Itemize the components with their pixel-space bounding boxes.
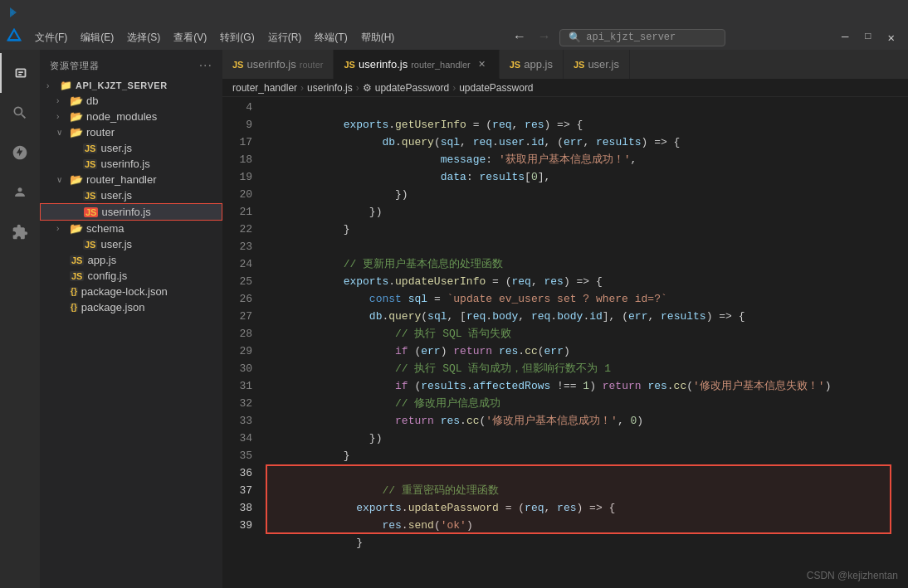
tab-label: userinfo.js <box>247 58 295 70</box>
tree-item-router-user[interactable]: JS user.js <box>40 140 222 156</box>
tree-item-handler-userinfo[interactable]: JS userinfo.js <box>40 203 222 221</box>
breadcrumb-item-handler[interactable]: router_handler <box>232 82 297 94</box>
code-line-4: exports.getUserInfo = (req, res) => { <box>266 99 908 116</box>
folder-icon: 📂 <box>70 95 83 107</box>
menu-select[interactable]: 选择(S) <box>120 29 167 46</box>
activity-explorer[interactable] <box>0 53 40 93</box>
activity-bar <box>0 50 40 588</box>
activity-debug[interactable] <box>0 173 40 212</box>
js-tab-icon: JS <box>232 60 243 70</box>
code-line-35 <box>266 447 908 464</box>
menu-file[interactable]: 文件(F) <box>28 29 74 46</box>
js-tab-icon: JS <box>344 60 354 70</box>
breadcrumb-item-fn-label[interactable]: updatePassword <box>375 82 449 94</box>
code-line-37: exports.updatePassword = (req, res) => { <box>266 482 908 499</box>
menu-run[interactable]: 运行(R) <box>261 29 309 46</box>
root-icon: 📁 <box>60 80 72 91</box>
menu-goto[interactable]: 转到(G) <box>213 29 261 46</box>
tab-label: user.js <box>588 58 619 70</box>
tree-item-app[interactable]: JS app.js <box>40 252 222 268</box>
menu-help[interactable]: 帮助(H) <box>354 29 402 46</box>
title-bar-left: const pd = {"titleBar":{"menuItems":["文件… <box>7 6 30 19</box>
menu-view[interactable]: 查看(V) <box>167 29 213 46</box>
tree-item-router[interactable]: ∨ 📂 router <box>40 124 222 140</box>
tree-item-root[interactable]: › 📁 API_KJZT_SERVER <box>40 78 222 93</box>
code-line-23: // 更新用户基本信息的处理函数 <box>266 238 908 255</box>
js-tab-icon: JS <box>574 60 584 70</box>
tab-userjs[interactable]: JS user.js <box>564 50 630 79</box>
code-content[interactable]: exports.getUserInfo = (req, res) => { db… <box>262 97 908 588</box>
sidebar: 资源管理器 ··· › 📁 API_KJZT_SERVER › 📂 db <box>40 50 222 588</box>
search-icon: 🔍 <box>569 32 581 44</box>
breadcrumb-item-sub[interactable]: updatePassword <box>459 82 533 94</box>
tree-item-router-handler[interactable]: ∨ 📂 router_handler <box>40 172 222 187</box>
sidebar-more-icon[interactable]: ··· <box>199 58 212 73</box>
folder-open-icon: 📂 <box>70 126 83 138</box>
tree-item-schema-user[interactable]: JS user.js <box>40 236 222 252</box>
js-file-icon: JS <box>83 191 97 201</box>
tree-item-config[interactable]: JS config.js <box>40 268 222 284</box>
tab-userinfo-router[interactable]: JS userinfo.js router <box>222 50 334 79</box>
code-line-36: // 重置密码的处理函数 <box>266 464 908 482</box>
code-editor[interactable]: 4 9 17 18 19 20 21 22 23 24 25 26 27 28 … <box>222 97 908 588</box>
menu-edit[interactable]: 编辑(E) <box>74 29 120 46</box>
sidebar-header: 资源管理器 ··· <box>40 50 222 78</box>
tab-label: userinfo.js <box>359 58 408 70</box>
json-file-icon: {} <box>70 303 78 312</box>
tab-close-button[interactable]: ✕ <box>476 58 489 71</box>
folder-open-icon: 📂 <box>70 173 83 186</box>
vscode-icon <box>7 28 22 47</box>
activity-search[interactable] <box>0 93 40 133</box>
menu-terminal[interactable]: 终端(T) <box>308 29 354 46</box>
tree-item-schema[interactable]: › 📂 schema <box>40 221 222 236</box>
breadcrumb-item-fn[interactable]: ⚙ <box>363 82 372 94</box>
nav-forward-icon[interactable]: → <box>535 28 554 46</box>
title-bar: const pd = {"titleBar":{"menuItems":["文件… <box>0 0 908 25</box>
tab-sublabel: router <box>300 60 324 70</box>
maximize-icon[interactable]: □ <box>858 27 877 48</box>
folder-icon: 📂 <box>70 110 83 123</box>
svg-marker-0 <box>8 29 20 40</box>
breadcrumb: router_handler › userinfo.js › ⚙ updateP… <box>222 79 908 97</box>
folder-icon: 📂 <box>70 222 83 235</box>
breadcrumb-item-file[interactable]: userinfo.js <box>307 82 353 94</box>
menu-bar[interactable]: 文件(F) 编辑(E) 选择(S) 查看(V) 转到(G) 运行(R) 终端(T… <box>28 29 401 46</box>
close-icon[interactable]: ✕ <box>881 27 901 48</box>
search-box[interactable]: 🔍 api_kjzt_server <box>559 29 725 46</box>
activity-git[interactable] <box>0 133 40 173</box>
js-file-icon: JS <box>83 159 97 169</box>
tree-item-router-userinfo[interactable]: JS userinfo.js <box>40 156 222 172</box>
js-file-icon: JS <box>70 255 84 265</box>
search-text: api_kjzt_server <box>586 32 676 43</box>
tab-bar: JS userinfo.js router JS userinfo.js rou… <box>222 50 908 79</box>
code-line-22 <box>266 221 908 238</box>
activity-extensions[interactable] <box>0 212 40 252</box>
highlighted-code-block: // 重置密码的处理函数 exports.updatePassword = (r… <box>266 464 908 534</box>
svg-point-2 <box>18 187 22 192</box>
tree-item-db[interactable]: › 📂 db <box>40 93 222 109</box>
title-bar: 文件(F) 编辑(E) 选择(S) 查看(V) 转到(G) 运行(R) 终端(T… <box>0 25 908 50</box>
tree-item-node-modules[interactable]: › 📂 node_modules <box>40 109 222 124</box>
js-file-icon: JS <box>83 240 97 250</box>
watermark: CSDN @kejizhentan <box>807 570 898 581</box>
code-line-39: } <box>266 517 908 534</box>
js-file-icon-active: JS <box>84 207 98 217</box>
breadcrumb-sep-2: › <box>356 82 359 94</box>
tab-label: app.js <box>524 58 553 70</box>
js-tab-icon: JS <box>510 60 520 70</box>
nav-back-icon[interactable]: ← <box>510 28 529 46</box>
tab-sublabel: router_handler <box>411 60 471 70</box>
sidebar-tree: › 📁 API_KJZT_SERVER › 📂 db › 📂 node_modu… <box>40 78 222 588</box>
tree-item-handler-user[interactable]: JS user.js <box>40 187 222 203</box>
tree-item-package[interactable]: {} package.json <box>40 299 222 315</box>
tab-userinfo-handler-active[interactable]: JS userinfo.js router_handler ✕ <box>334 50 499 79</box>
breadcrumb-sep-3: › <box>452 82 456 94</box>
code-line-38: res.send('ok') <box>266 499 908 517</box>
vscode-icon <box>7 6 20 19</box>
tab-appjs[interactable]: JS app.js <box>500 50 564 79</box>
tree-item-package-lock[interactable]: {} package-lock.json <box>40 284 222 299</box>
minimize-icon[interactable]: ─ <box>835 27 855 48</box>
json-file-icon: {} <box>70 287 78 296</box>
editor-area: JS userinfo.js router JS userinfo.js rou… <box>222 50 908 588</box>
breadcrumb-sep-1: › <box>300 82 304 94</box>
